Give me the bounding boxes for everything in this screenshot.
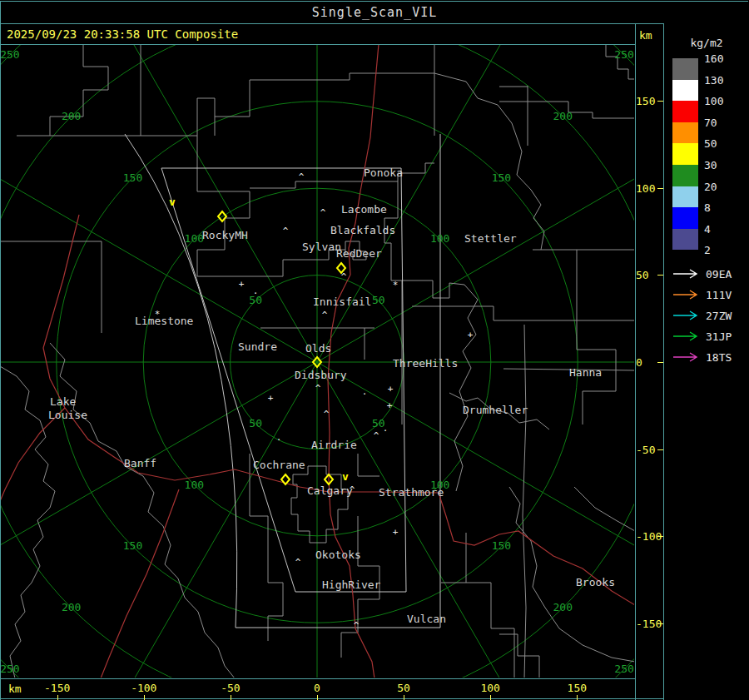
storm-track-legend-row: 31JP xyxy=(672,330,732,342)
legend-color-swatch xyxy=(672,207,698,229)
radar-map-canvas[interactable]: 5050505010010010010015015015015020020020… xyxy=(0,44,635,678)
velocity-v-marker: v xyxy=(169,196,176,208)
legend-color-swatch xyxy=(672,186,698,208)
town-marker: ^ xyxy=(322,310,328,320)
town-marker: . xyxy=(253,285,259,296)
bottom-axis-tick xyxy=(57,695,58,700)
county-boundary xyxy=(412,250,635,320)
legend-color-swatch xyxy=(672,229,698,251)
legend-scale-value: 8 xyxy=(704,201,711,214)
ring-distance-label: 250 xyxy=(614,663,633,675)
legend-color-swatch xyxy=(672,165,698,186)
bottom-axis-tick xyxy=(317,695,318,700)
bottom-axis-unit: km xyxy=(8,683,22,695)
legend-scale-value: 130 xyxy=(704,74,723,87)
county-boundary xyxy=(291,466,348,543)
legend-color-swatch xyxy=(672,101,698,122)
town-marker: ^ xyxy=(354,620,360,631)
legend-units-label: kg/m2 xyxy=(664,37,749,49)
velocity-v-marker: v xyxy=(342,470,349,483)
border-map-top xyxy=(0,44,635,45)
town-marker: + xyxy=(468,330,474,340)
county-boundary xyxy=(50,343,235,678)
storm-track-legend-row: 18TS xyxy=(672,351,732,363)
town-marker: ^ xyxy=(283,226,289,236)
window-title-bar: Single_Scan_VIL xyxy=(0,1,748,24)
county-boundary xyxy=(509,487,635,662)
town-marker: ^ xyxy=(320,207,326,218)
highway xyxy=(101,489,179,678)
right-axis-tick-label: -50 xyxy=(636,443,656,455)
city-label: Banff xyxy=(124,457,156,469)
legend-scale-value: 100 xyxy=(704,95,723,107)
bottom-axis-tick xyxy=(577,695,578,700)
right-axis-tick-label: -150 xyxy=(636,617,656,629)
ring-distance-label: 100 xyxy=(185,232,204,245)
bottom-axis-tick xyxy=(231,695,231,700)
right-axis-tick-label: 100 xyxy=(636,181,656,194)
legend-color-swatch xyxy=(672,122,698,144)
map-layers: 5050505010010010010015015015015020020020… xyxy=(0,44,635,678)
city-label: Ponoka xyxy=(364,166,403,179)
border-left xyxy=(0,23,1,700)
scan-timestamp: 2025/09/23 20:33:58 UTC Composite xyxy=(7,27,238,41)
track-id-label: 09EA xyxy=(706,268,732,280)
storm-track-legend-row: 111V xyxy=(672,289,732,300)
legend-color-swatch xyxy=(672,80,698,102)
town-marker: ^ xyxy=(299,171,305,182)
bottom-axis-tick xyxy=(144,695,145,700)
ring-distance-label: 200 xyxy=(553,601,573,613)
city-label: Sylvan xyxy=(302,241,341,253)
county-boundary xyxy=(0,241,102,333)
city-label: RockyMH xyxy=(202,229,248,241)
legend-scale-value: 70 xyxy=(704,117,717,129)
city-label: Louise xyxy=(48,409,87,421)
right-axis-unit: km xyxy=(639,29,652,42)
city-label: RedDeer xyxy=(336,247,382,260)
city-label: Cochrane xyxy=(253,459,305,471)
county-boundary xyxy=(441,533,514,678)
ring-distance-label: 150 xyxy=(492,539,511,552)
ring-distance-label: 50 xyxy=(249,417,262,429)
ring-distance-label: 250 xyxy=(0,663,19,675)
town-marker: ^ xyxy=(315,383,321,394)
storm-track-legend-row: 09EA xyxy=(672,268,732,280)
track-id-label: 31JP xyxy=(706,330,732,343)
town-marker: * xyxy=(155,309,161,320)
city-label: Airdrie xyxy=(311,439,357,451)
city-label: Vulcan xyxy=(407,613,446,625)
city-label: Stettler xyxy=(464,232,517,245)
town-marker: + xyxy=(268,393,274,404)
town-marker: . xyxy=(276,432,282,443)
track-id-label: 18TS xyxy=(706,351,732,364)
county-boundary xyxy=(212,250,345,276)
city-label: Calgary xyxy=(307,484,353,497)
ring-distance-label: 150 xyxy=(123,539,142,552)
legend-scale-value: 20 xyxy=(704,181,717,193)
legend-scale-value: 2 xyxy=(704,244,711,256)
bottom-axis-tick-label: 50 xyxy=(397,682,410,694)
right-axis-tick-label: 0 xyxy=(636,356,656,369)
track-arrow-icon xyxy=(672,331,699,341)
town-marker: ^ xyxy=(324,409,330,420)
town-marker: ^ xyxy=(374,430,379,441)
track-arrow-icon xyxy=(672,269,699,279)
legend-scale-value: 4 xyxy=(704,223,711,236)
bottom-axis-tick-label: 150 xyxy=(568,682,587,694)
bottom-axis-tick-label: -50 xyxy=(221,682,240,694)
county-boundary xyxy=(250,454,379,641)
storm-track-legend-row: 27ZW xyxy=(672,310,732,321)
city-label: Sundre xyxy=(238,340,277,353)
ring-distance-label: 150 xyxy=(123,171,142,184)
legend-scale-value: 50 xyxy=(704,137,717,150)
town-marker: . xyxy=(362,386,368,397)
border-bottom xyxy=(0,698,664,699)
right-axis-tick xyxy=(657,362,663,363)
city-label: Hanna xyxy=(569,366,602,379)
city-label: Limestone xyxy=(135,315,194,327)
right-axis-tick xyxy=(657,101,663,102)
track-id-label: 111V xyxy=(706,289,732,301)
right-axis-tick xyxy=(657,623,663,624)
ring-distance-label: 250 xyxy=(614,48,633,61)
town-marker: ^ xyxy=(295,557,301,568)
